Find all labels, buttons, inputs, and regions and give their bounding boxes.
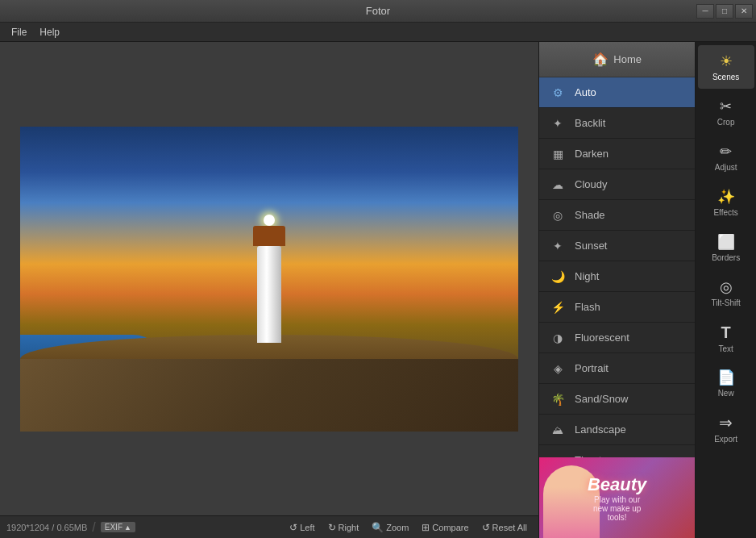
scene-item-sunset[interactable]: ✦ Sunset bbox=[539, 231, 695, 261]
scene-item-sandsnow[interactable]: 🌴 Sand/Snow bbox=[539, 384, 695, 415]
ad-title: Beauty bbox=[588, 474, 646, 495]
scene-item-night[interactable]: 🌙 Night bbox=[539, 261, 695, 292]
right-icon: ↻ bbox=[328, 522, 336, 533]
reset-button[interactable]: ↺ Reset All bbox=[477, 520, 532, 535]
backlit-icon: ✦ bbox=[549, 115, 567, 132]
title-bar-controls: ─ □ ✕ bbox=[696, 4, 753, 19]
canvas-image bbox=[20, 127, 518, 432]
left-label: Left bbox=[300, 523, 314, 532]
scene-label-cloudy: Cloudy bbox=[575, 178, 607, 190]
text-icon: T bbox=[721, 323, 731, 342]
tool-label-scenes: Scenes bbox=[712, 73, 739, 81]
tool-crop[interactable]: ✂ Crop bbox=[698, 90, 754, 134]
maximize-button[interactable]: □ bbox=[716, 4, 733, 19]
compare-label: Compare bbox=[432, 523, 468, 532]
image-info: 1920*1204 / 0.65MB bbox=[6, 523, 87, 532]
canvas-container bbox=[0, 42, 538, 515]
theatre-icon: ◩ bbox=[549, 452, 567, 458]
tool-sidebar: ☀ Scenes ✂ Crop ✏ Adjust ✨ Effects ⬜ Bor… bbox=[696, 42, 756, 538]
close-button[interactable]: ✕ bbox=[735, 4, 753, 19]
exif-badge[interactable]: EXIF ▲ bbox=[101, 522, 135, 532]
right-panel: 🏠 Home ⚙ Auto ✦ Backlit ▦ Darken ☁ bbox=[538, 42, 756, 538]
minimize-button[interactable]: ─ bbox=[696, 4, 714, 19]
status-bar: 1920*1204 / 0.65MB / EXIF ▲ ↺ Left ↻ Rig… bbox=[0, 515, 538, 538]
compare-icon: ⊞ bbox=[422, 522, 430, 533]
menu-bar: File Help bbox=[0, 23, 756, 42]
flash-icon: ⚡ bbox=[549, 298, 567, 316]
scene-item-cloudy[interactable]: ☁ Cloudy bbox=[539, 169, 695, 200]
rocks-element bbox=[20, 359, 518, 432]
tool-label-borders: Borders bbox=[712, 253, 740, 262]
scene-label-fluorescent: Fluorescent bbox=[575, 332, 629, 344]
ad-banner[interactable]: Beauty Play with ournew make uptools! bbox=[539, 457, 695, 538]
scene-item-flash[interactable]: ⚡ Flash bbox=[539, 292, 695, 323]
compare-button[interactable]: ⊞ Compare bbox=[417, 520, 473, 535]
scene-item-landscape[interactable]: ⛰ Landscape bbox=[539, 415, 695, 445]
scene-label-night: Night bbox=[575, 270, 599, 282]
tool-label-crop: Crop bbox=[717, 118, 735, 127]
lighthouse-light bbox=[264, 215, 275, 226]
menu-help[interactable]: Help bbox=[33, 25, 66, 40]
left-button[interactable]: ↺ Left bbox=[285, 520, 319, 535]
scene-item-shade[interactable]: ◎ Shade bbox=[539, 200, 695, 231]
scene-label-flash: Flash bbox=[575, 301, 600, 313]
main-layout: 1920*1204 / 0.65MB / EXIF ▲ ↺ Left ↻ Rig… bbox=[0, 42, 756, 538]
right-label: Right bbox=[339, 523, 359, 532]
scene-item-fluorescent[interactable]: ◑ Fluorescent bbox=[539, 323, 695, 353]
tool-borders[interactable]: ⬜ Borders bbox=[698, 226, 754, 269]
scene-item-theatre[interactable]: ◩ Theatre bbox=[539, 445, 695, 457]
scene-item-auto[interactable]: ⚙ Auto bbox=[539, 77, 695, 108]
tool-scenes[interactable]: ☀ Scenes bbox=[698, 45, 754, 89]
zoom-icon: 🔍 bbox=[372, 522, 384, 533]
ad-subtitle: Play with ournew make uptools! bbox=[593, 495, 641, 522]
reset-icon: ↺ bbox=[482, 522, 490, 533]
scene-item-backlit[interactable]: ✦ Backlit bbox=[539, 108, 695, 139]
home-label: Home bbox=[613, 53, 642, 65]
zoom-label: Zoom bbox=[386, 523, 409, 532]
tool-text[interactable]: T Text bbox=[698, 316, 754, 360]
tool-label-tiltshift: Tilt-Shift bbox=[711, 298, 740, 307]
scene-label-auto: Auto bbox=[575, 86, 596, 98]
right-button[interactable]: ↻ Right bbox=[323, 520, 364, 535]
scene-item-darken[interactable]: ▦ Darken bbox=[539, 139, 695, 169]
tool-tiltshift[interactable]: ◎ Tilt-Shift bbox=[698, 271, 754, 315]
sandsnow-icon: 🌴 bbox=[549, 390, 567, 408]
scene-items-list: ⚙ Auto ✦ Backlit ▦ Darken ☁ Cloudy ◎ S bbox=[539, 77, 695, 457]
left-icon: ↺ bbox=[289, 522, 297, 533]
landscape-icon: ⛰ bbox=[549, 421, 567, 439]
canvas-area: 1920*1204 / 0.65MB / EXIF ▲ ↺ Left ↻ Rig… bbox=[0, 42, 538, 538]
scene-label-sunset: Sunset bbox=[575, 240, 607, 252]
tool-new[interactable]: 📄 New bbox=[698, 361, 754, 405]
tool-adjust[interactable]: ✏ Adjust bbox=[698, 136, 754, 179]
shade-icon: ◎ bbox=[549, 206, 567, 224]
effects-icon: ✨ bbox=[717, 188, 735, 206]
scene-label-shade: Shade bbox=[575, 209, 605, 221]
lighthouse-tower bbox=[257, 246, 281, 343]
exif-arrow-icon: ▲ bbox=[124, 523, 131, 532]
zoom-button[interactable]: 🔍 Zoom bbox=[367, 520, 413, 535]
home-button[interactable]: 🏠 Home bbox=[539, 42, 695, 77]
scene-label-sandsnow: Sand/Snow bbox=[575, 393, 629, 405]
home-icon: 🏠 bbox=[592, 52, 609, 67]
scene-item-portrait[interactable]: ◈ Portrait bbox=[539, 353, 695, 384]
exif-label: EXIF bbox=[105, 523, 123, 532]
lighthouse-element bbox=[249, 238, 289, 367]
scenes-icon: ☀ bbox=[720, 52, 733, 70]
menu-file[interactable]: File bbox=[5, 25, 33, 40]
app-title: Fotor bbox=[366, 5, 390, 17]
portrait-icon: ◈ bbox=[549, 360, 567, 377]
scene-label-backlit: Backlit bbox=[575, 117, 605, 129]
adjust-icon: ✏ bbox=[720, 143, 732, 161]
tool-effects[interactable]: ✨ Effects bbox=[698, 181, 754, 224]
crop-icon: ✂ bbox=[720, 98, 732, 115]
tool-label-new: New bbox=[718, 389, 734, 398]
tool-label-effects: Effects bbox=[713, 208, 737, 217]
darken-icon: ▦ bbox=[549, 145, 567, 163]
borders-icon: ⬜ bbox=[717, 233, 735, 251]
lighthouse-top bbox=[253, 226, 285, 246]
fluorescent-icon: ◑ bbox=[549, 329, 567, 347]
tool-export[interactable]: ⇒ Export bbox=[698, 407, 754, 450]
reset-label: Reset All bbox=[492, 523, 527, 532]
auto-icon: ⚙ bbox=[549, 84, 567, 102]
title-bar: Fotor ─ □ ✕ bbox=[0, 0, 756, 23]
